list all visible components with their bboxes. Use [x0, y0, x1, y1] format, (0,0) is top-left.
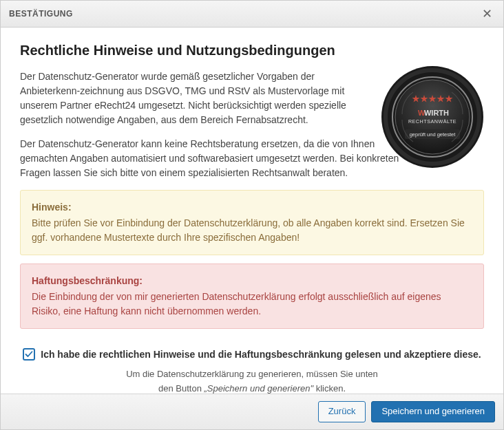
confirmation-modal: BESTÄTIGUNG ✕ Rechtliche Hinweise und Nu… [0, 0, 504, 430]
liability-alert-title: Haftungsbeschränkung: [32, 274, 472, 288]
note-line2-pre: den Button [158, 383, 204, 394]
body-content: W WIRTH RECHTSANWÄLTE geprüft und getest… [20, 69, 484, 394]
accept-row: Ich habe die rechtlichen Hinweise und di… [20, 348, 484, 361]
modal-title: BESTÄTIGUNG [9, 9, 73, 19]
accept-label: Ich habe die rechtlichen Hinweise und di… [41, 349, 481, 360]
modal-body: Rechtliche Hinweise und Nutzungsbedingun… [1, 28, 503, 394]
hint-alert-title: Hinweis: [32, 200, 472, 215]
seal-brand: WIRTH [424, 109, 449, 117]
page-title: Rechtliche Hinweise und Nutzungsbedingun… [20, 43, 484, 58]
back-button[interactable]: Zurück [318, 401, 366, 422]
seal-badge: W WIRTH RECHTSANWÄLTE geprüft und getest… [381, 65, 484, 169]
svg-point-4 [395, 80, 470, 154]
checkmark-icon [25, 350, 33, 358]
modal-header: BESTÄTIGUNG ✕ [1, 1, 503, 28]
generate-note: Um die Datenschutzerklärung zu generiere… [20, 367, 484, 394]
intro-paragraph-2: Der Datenschutz-Generator kann keine Rec… [20, 137, 406, 180]
liability-alert: Haftungsbeschränkung: Die Einbindung der… [20, 264, 484, 329]
note-line2-em: „Speichern und generieren" [204, 383, 313, 394]
seal-subtitle: RECHTSANWÄLTE [408, 118, 456, 125]
modal-footer: Zurück Speichern und generieren [1, 394, 503, 429]
note-line1: Um die Datenschutzerklärung zu generiere… [126, 369, 378, 379]
liability-alert-text: Die Einbindung der von mir generierten D… [32, 291, 441, 316]
save-generate-button[interactable]: Speichern und generieren [371, 401, 495, 422]
close-icon[interactable]: ✕ [479, 6, 495, 21]
seal-caption: geprüft und getestet [410, 131, 456, 138]
seal-icon: W WIRTH RECHTSANWÄLTE geprüft und getest… [381, 65, 484, 169]
hint-alert-text: Bitte prüfen Sie vor Einbindung der Date… [32, 217, 465, 243]
note-line2-post: klicken. [313, 383, 346, 394]
intro-paragraph-1: Der Datenschutz-Generator wurde gemäß ge… [20, 69, 364, 127]
accept-checkbox[interactable] [23, 348, 35, 361]
hint-alert: Hinweis: Bitte prüfen Sie vor Einbindung… [20, 190, 484, 255]
